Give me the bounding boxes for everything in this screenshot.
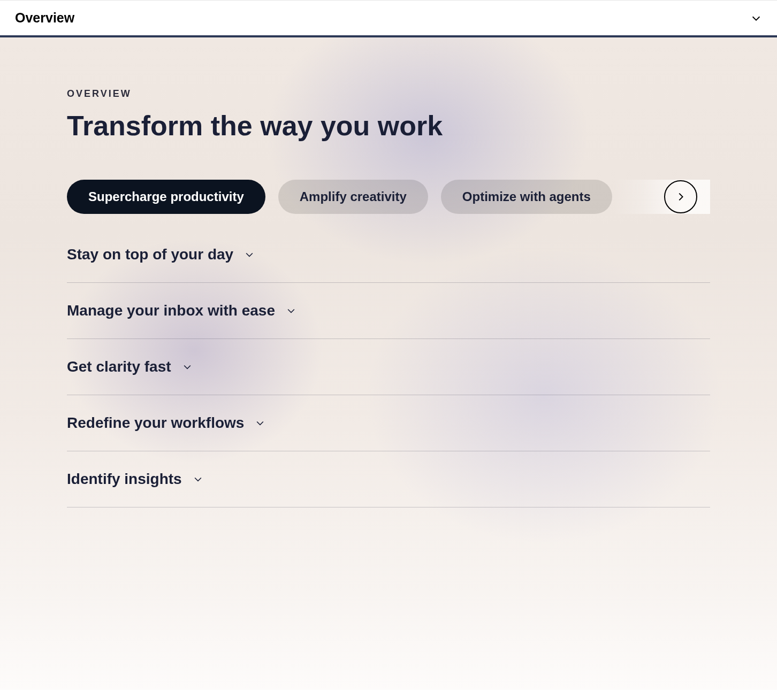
tabs-next-button[interactable] — [664, 180, 697, 213]
accordion-item-redefine-workflows[interactable]: Redefine your workflows — [67, 395, 710, 451]
nav-title: Overview — [15, 10, 74, 26]
accordion-item-get-clarity[interactable]: Get clarity fast — [67, 339, 710, 395]
accordion-item-title: Redefine your workflows — [67, 414, 244, 432]
chevron-down-icon — [182, 361, 193, 372]
chevron-down-icon — [193, 474, 203, 484]
accordion-item-title: Identify insights — [67, 471, 182, 488]
chevron-down-icon — [286, 305, 296, 316]
chevron-right-icon — [675, 191, 687, 203]
tab-supercharge-productivity[interactable]: Supercharge productivity — [67, 180, 265, 214]
accordion-item-title: Get clarity fast — [67, 358, 171, 375]
tab-optimize-with-agents[interactable]: Optimize with agents — [441, 180, 612, 214]
chevron-down-icon — [255, 418, 265, 428]
accordion-item-identify-insights[interactable]: Identify insights — [67, 451, 710, 507]
accordion-item-manage-inbox[interactable]: Manage your inbox with ease — [67, 283, 710, 339]
hero-section: OVERVIEW Transform the way you work Supe… — [0, 37, 777, 690]
accordion-item-title: Stay on top of your day — [67, 246, 233, 263]
accordion-item-stay-on-top[interactable]: Stay on top of your day — [67, 246, 710, 283]
overview-nav-bar[interactable]: Overview — [0, 0, 777, 37]
eyebrow-label: OVERVIEW — [67, 88, 710, 99]
tabs-container: Supercharge productivity Amplify creativ… — [67, 180, 710, 214]
chevron-down-icon[interactable] — [750, 12, 762, 24]
page-title: Transform the way you work — [67, 110, 710, 142]
tab-amplify-creativity[interactable]: Amplify creativity — [278, 180, 428, 214]
tabs-list: Supercharge productivity Amplify creativ… — [67, 180, 710, 214]
accordion-list: Stay on top of your day Manage your inbo… — [67, 246, 710, 507]
chevron-down-icon — [244, 249, 255, 260]
accordion-item-title: Manage your inbox with ease — [67, 302, 275, 319]
